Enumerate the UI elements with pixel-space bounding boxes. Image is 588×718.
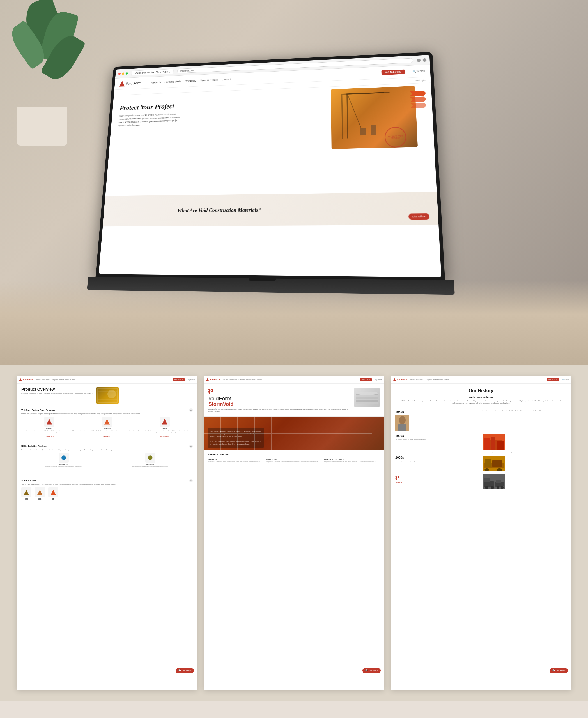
card1-section1-title: Voidform Carton Form Systems [21,409,55,411]
card1-phone: 888.704.VOID [173,378,185,381]
card1-nav-3[interactable]: Company [51,379,58,381]
card1-plumbingvoid-link[interactable]: LEARN MORE > [60,470,68,472]
hero-title: Protect Your Project [119,102,185,112]
card1-soil-section: Soil Retainers ∨ SRB and SRK gravel prod… [17,477,197,504]
minimize-dot[interactable] [122,72,125,75]
timeline-1990s: 1990s The company expanded to Flagstaff … [395,434,567,453]
card2-chat-bubble[interactable]: Chat with us [362,668,381,673]
card2-features-section: Product Features Waterproof StormVoid® i… [204,450,384,467]
card2-logo-form: Form [219,396,231,401]
card1-nav-links: Products What is VF? Company News & Even… [35,379,76,381]
hero-image: PROTECT YOUR PROJECT [331,86,429,159]
card3-chat-label: Chat with us [556,670,565,672]
card3-nav-4[interactable]: News & Events [433,379,443,381]
svg-rect-0 [346,93,348,138]
nav-news[interactable]: News & Events [200,78,218,82]
card1-nav-2[interactable]: What is VF? [42,379,50,381]
card2-nav-4[interactable]: News & Forms [246,379,256,381]
timeline-2000s-2-right [483,474,567,489]
card3-nav-2[interactable]: What is VF? [416,379,424,381]
card3-search[interactable]: 🔍 Search [563,379,569,381]
card3-logo-text: VoidForm [396,378,407,381]
card1-caracor-link[interactable]: LEARN MORE > [161,436,169,437]
card1-chat-bubble[interactable]: Chat with us [175,668,194,673]
card1-hero: Product Overview We are the leading manu… [17,384,197,406]
feature-count-name: Count When You Need It [324,458,380,460]
timeline-1980s-right: The family-owned corporation was founded… [483,410,567,412]
card1-section1-header[interactable]: Voidform Carton Form Systems ∧ [21,408,193,412]
laptop-section: VoidForm: Protect Your Proje... voidform… [0,0,588,365]
browser-tab[interactable]: VoidForm: Protect Your Proje... [131,69,173,76]
timeline-1990s-right: The business changed its name from Falco… [483,434,567,453]
nav-phone[interactable]: 888.704.VOID [381,69,405,75]
card1-section1-toggle[interactable]: ∧ [189,408,193,412]
card2-search[interactable]: 🔍 Search [375,379,382,381]
card3-main-title: Our History [396,388,566,393]
hero-text: Protect Your Project VoidForm products a… [118,100,186,127]
feature-count-desc: StormVoid® is a carton form product with… [324,461,380,464]
card1-section3-toggle[interactable]: ∨ [189,479,193,482]
card3-chat-bubble[interactable]: Chat with us [550,668,568,673]
card2-features-grid: Waterproof StormVoid® is a carton form p… [208,458,380,464]
svg-point-36 [484,468,489,471]
card1-mini-nav: VoidForm Products What is VF? Company Ne… [17,376,197,384]
card1-product-stormvoid-icon [102,417,112,427]
vc-block-1 [208,389,211,392]
svg-point-42 [491,486,494,489]
feature-waterproof-desc: StormVoid® is a carton form product with… [208,461,264,464]
card2-hero-img [354,387,380,407]
card1-surevoid-link[interactable]: LEARN MORE > [45,436,54,437]
card2-product-logo: VoidForm StormVoid [208,396,351,407]
nav-products[interactable]: Products [151,81,161,84]
card1-section2-toggle[interactable]: ∧ [189,445,193,448]
card2-phone: 888.704.VOID [360,378,372,381]
card2-logo: VoidForm [206,378,220,381]
fullscreen-dot[interactable] [126,72,128,74]
card2-nav-2[interactable]: What is VF? [229,379,237,381]
nav-search[interactable]: 🔍 Search [413,69,425,72]
feature-waterproof: Waterproof StormVoid® is a carton form p… [208,458,264,464]
card1-nav-4[interactable]: News & Events [59,379,69,381]
hero-desc: VoidForm products are built to protect y… [118,112,185,127]
nav-company[interactable]: Company [185,79,196,82]
card1-page-title: Product Overview [21,387,93,392]
chevron-1 [410,90,426,96]
timeline-1980s-decade: 1980s [395,410,479,414]
card1-section2-desc: Innovative systems that temporarily supp… [21,449,193,451]
card1-product-surevoid-icon [44,417,55,427]
nav-forming[interactable]: Forming Voids [164,80,181,83]
chat-button[interactable]: Chat with us [408,213,429,219]
card1-hero-img [96,387,119,404]
card1-mudstopper-link[interactable]: LEARN MORE > [146,470,154,472]
card1-product-caracor-icon [160,417,170,427]
close-dot[interactable] [119,72,121,75]
logo-form: Form [133,81,142,85]
card2-nav-1[interactable]: Products [222,379,228,381]
timeline-1980s-text: The family-owned corporation was founded… [483,410,567,412]
card3-nav-3[interactable]: Company [425,379,432,381]
card1-search[interactable]: 🔍 Search [188,379,195,381]
svg-rect-34 [485,459,491,467]
caracor-icon-inner [162,419,167,425]
card1-section2-header[interactable]: Utility Isolation Systems ∧ [21,445,193,448]
logo-void: Void [126,82,133,86]
nav-contact[interactable]: Contact [222,78,231,81]
vc-block-3 [208,392,211,394]
card1-stormvoid-link[interactable]: LEARN MORE > [103,436,111,437]
card1-section3-header[interactable]: Soil Retainers ∨ [21,479,193,482]
nav-login[interactable]: User Login [414,79,425,82]
hero-section: Protect Your Project VoidForm products a… [105,83,437,196]
card2-voidform-chevron [208,389,213,394]
feature-peace: Peace of Mind StormVoid® is a carton for… [266,458,322,464]
feature-peace-name: Peace of Mind [266,458,322,460]
browser-icon-2 [423,58,427,62]
card1-carton-section: Voidform Carton Form Systems ∧ Carton Fo… [17,406,197,442]
soil-1-icon-inner [24,490,29,495]
card1-nav-5[interactable]: Contact [70,379,75,381]
card2-nav-3[interactable]: Company [238,379,244,381]
card1-nav-1[interactable]: Products [35,379,41,381]
card3-nav-5[interactable]: Contact [444,379,449,381]
card3-title-section: Our History Built on Experience VoidForm… [391,384,571,407]
card2-nav-5[interactable]: Contact [257,379,262,381]
card3-nav-1[interactable]: Products [409,379,415,381]
